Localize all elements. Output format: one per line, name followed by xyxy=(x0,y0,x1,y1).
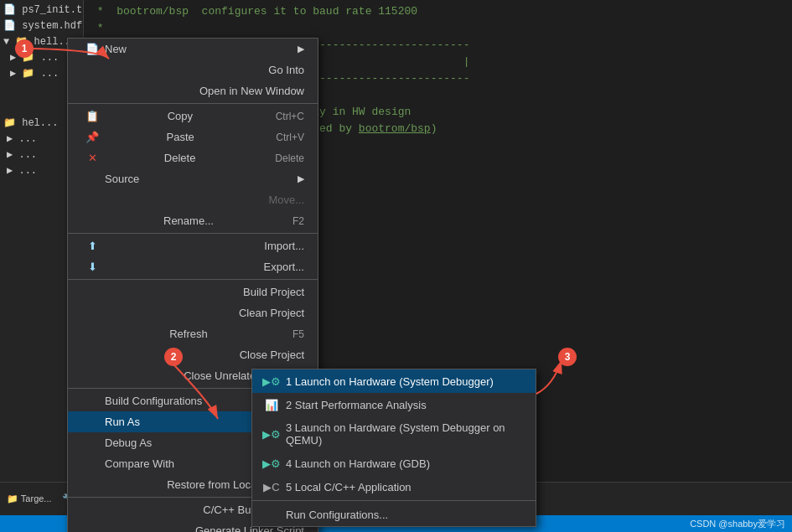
submenu-item-launch-hw[interactable]: ▶⚙ 1 Launch on Hardware (System Debugger… xyxy=(252,369,536,393)
menu-item-paste[interactable]: 📌 Paste Ctrl+V xyxy=(68,127,318,147)
code-line: * bootrom/bsp configures it to baud rate… xyxy=(91,3,785,20)
menu-item-copy[interactable]: 📋 Copy Ctrl+C xyxy=(68,106,318,127)
status-right-text: CSDN @shabby爱学习 xyxy=(690,518,785,530)
submenu-item-perf[interactable]: 📊 2 Start Performance Analysis xyxy=(252,393,536,416)
menu-item-export[interactable]: ⬇ Export... xyxy=(68,256,318,277)
tree-item-hdf[interactable]: 📄 system.hdf xyxy=(0,18,83,34)
perf-icon: 📊 xyxy=(262,398,281,411)
submenu-item-gdb[interactable]: ▶⚙ 4 Launch on Hardware (GDB) xyxy=(252,452,536,475)
badge-2: 2 xyxy=(164,348,183,366)
run-hw-icon: ▶⚙ xyxy=(262,374,281,388)
menu-item-delete[interactable]: ✕ Delete Delete xyxy=(68,147,318,168)
gdb-icon: ▶⚙ xyxy=(262,457,281,470)
separator2 xyxy=(68,233,318,234)
badge-3: 3 xyxy=(558,348,577,366)
menu-item-source[interactable]: Source ▶ xyxy=(68,168,318,189)
menu-item-open-new-window[interactable]: Open in New Window xyxy=(68,80,318,101)
menu-item-gointo[interactable]: Go Into xyxy=(68,59,318,80)
submenu-item-local-app[interactable]: ▶C 5 Local C/C++ Application xyxy=(252,475,536,498)
menu-item-import[interactable]: ⬆ Import... xyxy=(68,235,318,256)
qemu-icon: ▶⚙ xyxy=(262,427,281,441)
import-icon: ⬆ xyxy=(85,240,100,252)
menu-item-rename[interactable]: Rename... F2 xyxy=(68,210,318,231)
editor-area: 📄 ps7_init.tcl 📄 system.hdf ▼ 📁 hell... … xyxy=(0,0,792,532)
new-icon: 📄 xyxy=(85,43,100,55)
arrow-icon: ▶ xyxy=(298,44,304,54)
menu-item-move: Move... xyxy=(68,189,318,210)
run-as-submenu: ▶⚙ 1 Launch on Hardware (System Debugger… xyxy=(251,369,536,527)
delete-icon: ✕ xyxy=(85,152,100,164)
menu-item-refresh[interactable]: Refresh F5 xyxy=(68,323,318,344)
separator1 xyxy=(68,103,318,104)
export-icon: ⬇ xyxy=(85,261,100,273)
submenu-separator xyxy=(252,500,536,501)
paste-icon: 📌 xyxy=(85,131,100,143)
submenu-item-qemu[interactable]: ▶⚙ 3 Launch on Hardware (System Debugger… xyxy=(252,416,536,452)
submenu-item-run-configs[interactable]: Run Configurations... xyxy=(252,503,536,526)
menu-item-build[interactable]: Build Project xyxy=(68,281,318,302)
separator3 xyxy=(68,279,318,280)
menu-item-close-project[interactable]: Close Project xyxy=(68,344,318,365)
badge-1: 1 xyxy=(15,39,34,58)
code-line: * xyxy=(91,20,785,37)
copy-icon: 📋 xyxy=(85,110,100,122)
menu-item-clean[interactable]: Clean Project xyxy=(68,302,318,323)
run-configs-icon xyxy=(262,508,281,521)
menu-item-new[interactable]: 📄 New ▶ xyxy=(68,39,318,59)
local-app-icon: ▶C xyxy=(262,480,281,493)
panel-tab-target[interactable]: 📁 Targe... xyxy=(7,493,52,504)
tree-item-ps7[interactable]: 📄 ps7_init.tcl xyxy=(0,2,83,18)
arrow-icon: ▶ xyxy=(298,173,304,184)
